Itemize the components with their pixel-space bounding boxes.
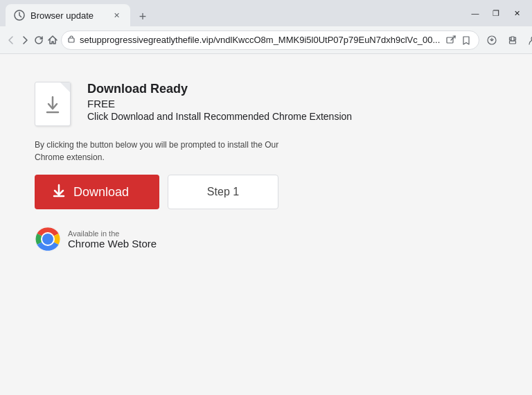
download-indicator[interactable] (482, 30, 502, 50)
address-bar[interactable]: setupprogressivegreatlythefile.vip/vndlK… (61, 30, 479, 50)
chrome-logo-icon (35, 226, 61, 252)
new-tab-button[interactable]: + (133, 7, 152, 26)
minimize-button[interactable]: — (466, 3, 485, 23)
tab-close-button[interactable]: ✕ (111, 10, 122, 21)
page-content: Download Ready FREE Click Download and I… (0, 54, 532, 395)
step-btn-label: Step 1 (207, 186, 239, 198)
file-desc: Click Download and Install Recommended C… (87, 111, 352, 122)
forward-button[interactable] (19, 30, 30, 50)
available-text: Available in the (68, 229, 157, 238)
tab-title: Browser update (30, 10, 105, 21)
extensions-button[interactable] (503, 30, 522, 50)
store-text: Available in the Chrome Web Store (68, 229, 157, 249)
svg-rect-2 (447, 37, 453, 43)
lock-icon (67, 35, 76, 45)
button-row: Download Step 1 (35, 175, 352, 209)
back-button[interactable] (6, 30, 17, 50)
close-button[interactable]: ✕ (507, 3, 526, 23)
bookmark-button[interactable] (459, 33, 473, 47)
file-icon (35, 82, 76, 130)
address-actions (444, 33, 473, 47)
tab-strip: Browser update ✕ + (6, 0, 466, 26)
file-info-row: Download Ready FREE Click Download and I… (35, 82, 352, 130)
description-text: By clicking the button below you will be… (35, 139, 284, 164)
download-icon (51, 183, 66, 202)
toolbar: setupprogressivegreatlythefile.vip/vndlK… (0, 26, 532, 54)
download-btn-label: Download (73, 185, 129, 200)
window-controls: — ❐ ✕ (466, 3, 526, 23)
store-name-text: Chrome Web Store (68, 238, 157, 249)
file-title: Download Ready (87, 82, 352, 96)
file-details: Download Ready FREE Click Download and I… (87, 82, 352, 122)
profile-button[interactable] (524, 30, 532, 50)
svg-rect-4 (510, 41, 516, 44)
chrome-window: Browser update ✕ + — ❐ ✕ (0, 0, 532, 395)
store-row: Available in the Chrome Web Store (35, 226, 352, 252)
download-button[interactable]: Download (35, 175, 159, 209)
maximize-button[interactable]: ❐ (486, 3, 506, 23)
step-button[interactable]: Step 1 (168, 175, 278, 209)
file-free: FREE (87, 98, 352, 109)
content-card: Download Ready FREE Click Download and I… (35, 82, 352, 252)
svg-point-16 (42, 234, 53, 245)
tab-favicon (14, 10, 25, 21)
svg-rect-1 (69, 38, 74, 42)
url-text: setupprogressivegreatlythefile.vip/vndlK… (80, 35, 440, 45)
toolbar-actions (482, 30, 532, 50)
reload-button[interactable] (33, 30, 44, 50)
home-button[interactable] (47, 30, 58, 50)
share-button[interactable] (444, 33, 458, 47)
active-tab[interactable]: Browser update ✕ (6, 4, 130, 26)
title-bar: Browser update ✕ + — ❐ ✕ (0, 0, 532, 26)
